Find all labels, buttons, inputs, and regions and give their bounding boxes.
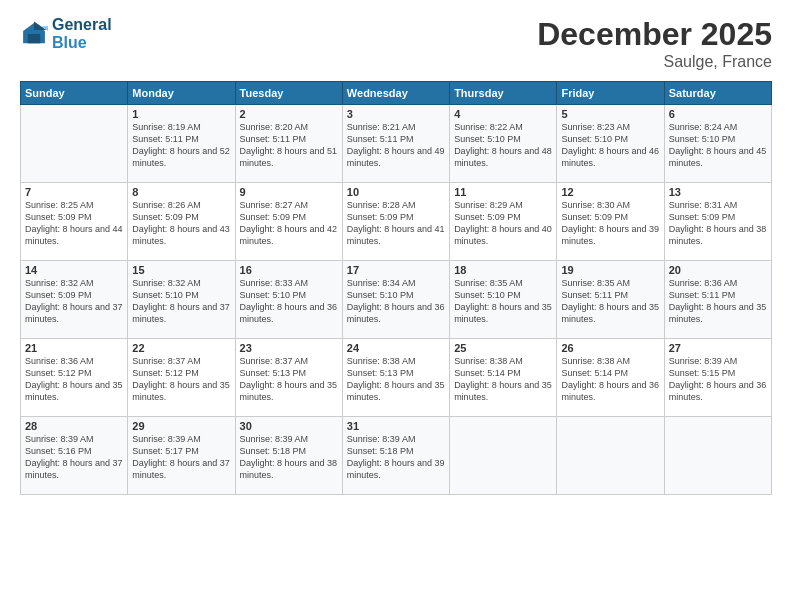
cell-info: Sunrise: 8:31 AMSunset: 5:09 PMDaylight:…: [669, 199, 767, 248]
day-number: 18: [454, 264, 552, 276]
cell-info: Sunrise: 8:19 AMSunset: 5:11 PMDaylight:…: [132, 121, 230, 170]
cell-3-0: 21Sunrise: 8:36 AMSunset: 5:12 PMDayligh…: [21, 339, 128, 417]
cell-1-3: 10Sunrise: 8:28 AMSunset: 5:09 PMDayligh…: [342, 183, 449, 261]
cell-info: Sunrise: 8:21 AMSunset: 5:11 PMDaylight:…: [347, 121, 445, 170]
cell-info: Sunrise: 8:38 AMSunset: 5:14 PMDaylight:…: [561, 355, 659, 404]
day-number: 20: [669, 264, 767, 276]
calendar-table: Sunday Monday Tuesday Wednesday Thursday…: [20, 81, 772, 495]
cell-info: Sunrise: 8:25 AMSunset: 5:09 PMDaylight:…: [25, 199, 123, 248]
day-number: 12: [561, 186, 659, 198]
cell-info: Sunrise: 8:32 AMSunset: 5:10 PMDaylight:…: [132, 277, 230, 326]
cell-info: Sunrise: 8:28 AMSunset: 5:09 PMDaylight:…: [347, 199, 445, 248]
cell-info: Sunrise: 8:30 AMSunset: 5:09 PMDaylight:…: [561, 199, 659, 248]
page: General Blue December 2025 Saulge, Franc…: [0, 0, 792, 612]
cell-info: Sunrise: 8:32 AMSunset: 5:09 PMDaylight:…: [25, 277, 123, 326]
cell-info: Sunrise: 8:35 AMSunset: 5:10 PMDaylight:…: [454, 277, 552, 326]
cell-1-5: 12Sunrise: 8:30 AMSunset: 5:09 PMDayligh…: [557, 183, 664, 261]
day-number: 1: [132, 108, 230, 120]
cell-info: Sunrise: 8:39 AMSunset: 5:15 PMDaylight:…: [669, 355, 767, 404]
cell-4-3: 31Sunrise: 8:39 AMSunset: 5:18 PMDayligh…: [342, 417, 449, 495]
day-number: 26: [561, 342, 659, 354]
day-number: 29: [132, 420, 230, 432]
cell-0-5: 5Sunrise: 8:23 AMSunset: 5:10 PMDaylight…: [557, 105, 664, 183]
cell-3-4: 25Sunrise: 8:38 AMSunset: 5:14 PMDayligh…: [450, 339, 557, 417]
day-number: 30: [240, 420, 338, 432]
day-number: 27: [669, 342, 767, 354]
svg-rect-2: [28, 34, 40, 43]
day-number: 21: [25, 342, 123, 354]
logo-icon: [20, 20, 48, 48]
col-sunday: Sunday: [21, 82, 128, 105]
cell-2-0: 14Sunrise: 8:32 AMSunset: 5:09 PMDayligh…: [21, 261, 128, 339]
cell-info: Sunrise: 8:27 AMSunset: 5:09 PMDaylight:…: [240, 199, 338, 248]
day-number: 11: [454, 186, 552, 198]
cell-info: Sunrise: 8:36 AMSunset: 5:12 PMDaylight:…: [25, 355, 123, 404]
title-block: December 2025 Saulge, France: [537, 16, 772, 71]
cell-1-1: 8Sunrise: 8:26 AMSunset: 5:09 PMDaylight…: [128, 183, 235, 261]
cell-info: Sunrise: 8:23 AMSunset: 5:10 PMDaylight:…: [561, 121, 659, 170]
week-row-4: 21Sunrise: 8:36 AMSunset: 5:12 PMDayligh…: [21, 339, 772, 417]
day-number: 17: [347, 264, 445, 276]
logo-line1: General: [52, 16, 112, 34]
cell-info: Sunrise: 8:33 AMSunset: 5:10 PMDaylight:…: [240, 277, 338, 326]
cell-3-6: 27Sunrise: 8:39 AMSunset: 5:15 PMDayligh…: [664, 339, 771, 417]
cell-4-1: 29Sunrise: 8:39 AMSunset: 5:17 PMDayligh…: [128, 417, 235, 495]
logo-text: General Blue: [52, 16, 112, 51]
cell-0-0: [21, 105, 128, 183]
day-number: 4: [454, 108, 552, 120]
week-row-2: 7Sunrise: 8:25 AMSunset: 5:09 PMDaylight…: [21, 183, 772, 261]
day-number: 19: [561, 264, 659, 276]
col-friday: Friday: [557, 82, 664, 105]
cell-2-2: 16Sunrise: 8:33 AMSunset: 5:10 PMDayligh…: [235, 261, 342, 339]
day-number: 24: [347, 342, 445, 354]
cell-2-4: 18Sunrise: 8:35 AMSunset: 5:10 PMDayligh…: [450, 261, 557, 339]
col-thursday: Thursday: [450, 82, 557, 105]
day-number: 13: [669, 186, 767, 198]
cell-info: Sunrise: 8:37 AMSunset: 5:13 PMDaylight:…: [240, 355, 338, 404]
logo: General Blue: [20, 16, 112, 51]
day-number: 2: [240, 108, 338, 120]
cell-info: Sunrise: 8:29 AMSunset: 5:09 PMDaylight:…: [454, 199, 552, 248]
calendar-subtitle: Saulge, France: [537, 53, 772, 71]
cell-0-6: 6Sunrise: 8:24 AMSunset: 5:10 PMDaylight…: [664, 105, 771, 183]
cell-info: Sunrise: 8:26 AMSunset: 5:09 PMDaylight:…: [132, 199, 230, 248]
cell-1-6: 13Sunrise: 8:31 AMSunset: 5:09 PMDayligh…: [664, 183, 771, 261]
day-number: 31: [347, 420, 445, 432]
cell-4-2: 30Sunrise: 8:39 AMSunset: 5:18 PMDayligh…: [235, 417, 342, 495]
day-number: 6: [669, 108, 767, 120]
cell-2-3: 17Sunrise: 8:34 AMSunset: 5:10 PMDayligh…: [342, 261, 449, 339]
day-number: 5: [561, 108, 659, 120]
cell-2-6: 20Sunrise: 8:36 AMSunset: 5:11 PMDayligh…: [664, 261, 771, 339]
cell-4-0: 28Sunrise: 8:39 AMSunset: 5:16 PMDayligh…: [21, 417, 128, 495]
day-number: 22: [132, 342, 230, 354]
week-row-5: 28Sunrise: 8:39 AMSunset: 5:16 PMDayligh…: [21, 417, 772, 495]
header-row: Sunday Monday Tuesday Wednesday Thursday…: [21, 82, 772, 105]
col-saturday: Saturday: [664, 82, 771, 105]
cell-info: Sunrise: 8:38 AMSunset: 5:14 PMDaylight:…: [454, 355, 552, 404]
cell-info: Sunrise: 8:20 AMSunset: 5:11 PMDaylight:…: [240, 121, 338, 170]
logo-line2: Blue: [52, 34, 112, 52]
cell-3-3: 24Sunrise: 8:38 AMSunset: 5:13 PMDayligh…: [342, 339, 449, 417]
cell-info: Sunrise: 8:35 AMSunset: 5:11 PMDaylight:…: [561, 277, 659, 326]
cell-info: Sunrise: 8:36 AMSunset: 5:11 PMDaylight:…: [669, 277, 767, 326]
calendar-title: December 2025: [537, 16, 772, 53]
cell-4-5: [557, 417, 664, 495]
cell-3-5: 26Sunrise: 8:38 AMSunset: 5:14 PMDayligh…: [557, 339, 664, 417]
cell-info: Sunrise: 8:22 AMSunset: 5:10 PMDaylight:…: [454, 121, 552, 170]
cell-info: Sunrise: 8:39 AMSunset: 5:16 PMDaylight:…: [25, 433, 123, 482]
svg-marker-1: [34, 21, 46, 30]
cell-0-2: 2Sunrise: 8:20 AMSunset: 5:11 PMDaylight…: [235, 105, 342, 183]
cell-4-4: [450, 417, 557, 495]
day-number: 3: [347, 108, 445, 120]
cell-4-6: [664, 417, 771, 495]
cell-2-1: 15Sunrise: 8:32 AMSunset: 5:10 PMDayligh…: [128, 261, 235, 339]
cell-0-3: 3Sunrise: 8:21 AMSunset: 5:11 PMDaylight…: [342, 105, 449, 183]
cell-3-1: 22Sunrise: 8:37 AMSunset: 5:12 PMDayligh…: [128, 339, 235, 417]
col-monday: Monday: [128, 82, 235, 105]
cell-1-2: 9Sunrise: 8:27 AMSunset: 5:09 PMDaylight…: [235, 183, 342, 261]
week-row-1: 1Sunrise: 8:19 AMSunset: 5:11 PMDaylight…: [21, 105, 772, 183]
day-number: 25: [454, 342, 552, 354]
header: General Blue December 2025 Saulge, Franc…: [20, 16, 772, 71]
cell-2-5: 19Sunrise: 8:35 AMSunset: 5:11 PMDayligh…: [557, 261, 664, 339]
cell-0-4: 4Sunrise: 8:22 AMSunset: 5:10 PMDaylight…: [450, 105, 557, 183]
